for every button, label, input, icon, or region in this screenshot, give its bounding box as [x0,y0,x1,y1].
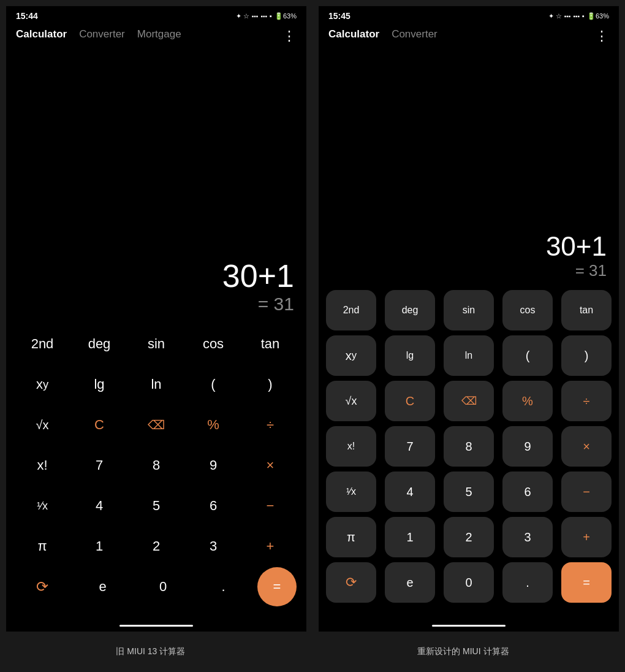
right-btn-8[interactable]: 8 [444,426,494,467]
right-btn-percent[interactable]: % [502,381,553,421]
right-btn-0[interactable]: 0 [444,562,494,603]
right-btn-rotate[interactable]: ⟳ [326,562,376,603]
right-btn-row-6: π 1 2 3 + [326,517,612,557]
btn-9[interactable]: 9 [187,446,240,485]
left-tab-calculator[interactable]: Calculator [16,28,67,40]
right-btn-factorial[interactable]: x! [326,426,376,467]
right-btn-e[interactable]: e [385,562,435,603]
right-display-area: 30+1 = 31 [319,45,619,290]
left-btn-row-3: √x C ⌫ % ÷ [16,405,297,445]
btn-backspace[interactable]: ⌫ [130,405,183,445]
left-tab-mortgage[interactable]: Mortgage [137,28,181,40]
right-btn-1[interactable]: 1 [385,517,435,557]
right-nav-bar: Calculator Converter ⋮ [319,23,619,45]
btn-reciprocal[interactable]: ¹⁄x [16,486,69,525]
right-status-icons: ✦ ☆ ▪▪▪ ▪▪▪ ▪ 🔋63% [548,12,609,20]
right-btn-4[interactable]: 4 [385,472,435,512]
btn-tan[interactable]: tan [244,324,297,364]
left-more-icon[interactable]: ⋮ [282,28,297,44]
right-btn-clear[interactable]: C [385,381,435,421]
left-btn-row-1: 2nd deg sin cos tan [16,324,297,364]
btn-equals[interactable]: = [257,567,297,606]
right-btn-tan[interactable]: tan [561,290,612,330]
btn-5[interactable]: 5 [130,486,183,525]
left-result-expression: = 31 [258,294,294,315]
btn-6[interactable]: 6 [187,486,240,525]
right-btn-reciprocal[interactable]: ¹⁄x [326,472,376,512]
right-btn-equals[interactable]: = [561,562,612,603]
right-btn-2[interactable]: 2 [444,517,494,557]
right-buttons-area: 2nd deg sin cos tan xy lg ln ( ) √x C ⌫ … [319,290,619,620]
left-caption: 旧 MIUI 13 计算器 [116,646,185,657]
btn-xy[interactable]: xy [16,365,69,404]
right-btn-deg[interactable]: deg [385,290,435,330]
btn-lg[interactable]: lg [73,365,126,404]
right-btn-backspace[interactable]: ⌫ [444,381,494,421]
right-btn-9[interactable]: 9 [502,426,553,467]
btn-cos[interactable]: cos [187,324,240,364]
btn-e[interactable]: e [77,567,129,606]
right-btn-row-7: ⟳ e 0 . = [326,562,612,603]
right-btn-divide[interactable]: ÷ [561,381,612,421]
right-btn-lg[interactable]: lg [385,335,435,376]
btn-3[interactable]: 3 [187,527,240,566]
left-time: 15:44 [16,11,38,21]
btn-0[interactable]: 0 [137,567,189,606]
btn-dot[interactable]: . [197,567,250,606]
left-btn-row-7: ⟳ e 0 . = [16,567,297,606]
btn-4[interactable]: 4 [73,486,126,525]
left-home-indicator [119,625,193,627]
left-display-area: 30+1 = 31 [6,45,306,324]
right-btn-7[interactable]: 7 [385,426,435,467]
right-btn-cos[interactable]: cos [502,290,553,330]
left-tab-converter[interactable]: Converter [79,28,125,40]
left-btn-row-4: x! 7 8 9 × [16,446,297,485]
right-tab-calculator[interactable]: Calculator [328,28,379,40]
btn-close-paren[interactable]: ) [244,365,297,404]
right-btn-ln[interactable]: ln [444,335,494,376]
right-btn-6[interactable]: 6 [502,472,553,512]
right-main-expression: 30+1 [546,232,607,261]
right-btn-row-2: xy lg ln ( ) [326,335,612,376]
btn-clear[interactable]: C [73,405,126,445]
btn-1[interactable]: 1 [73,527,126,566]
btn-8[interactable]: 8 [130,446,183,485]
btn-ln[interactable]: ln [130,365,183,404]
btn-open-paren[interactable]: ( [187,365,240,404]
btn-multiply[interactable]: × [244,446,297,485]
btn-deg[interactable]: deg [73,324,126,364]
right-time: 15:45 [328,11,350,21]
btn-7[interactable]: 7 [73,446,126,485]
left-phone: 15:44 ✦ ☆ ▪▪▪ ▪▪▪ ▪ 🔋63% Calculator Conv… [6,6,306,632]
btn-2nd[interactable]: 2nd [16,324,69,364]
btn-sin[interactable]: sin [130,324,183,364]
btn-sqrt[interactable]: √x [16,405,69,445]
right-btn-xy[interactable]: xy [326,335,376,376]
right-btn-minus[interactable]: − [561,472,612,512]
btn-plus[interactable]: + [244,527,297,566]
right-tab-converter[interactable]: Converter [392,28,438,40]
right-btn-pi[interactable]: π [326,517,376,557]
btn-divide[interactable]: ÷ [244,405,297,445]
right-btn-3[interactable]: 3 [502,517,553,557]
right-btn-close-paren[interactable]: ) [561,335,612,376]
right-result-expression: = 31 [575,261,607,280]
btn-percent[interactable]: % [187,405,240,445]
right-btn-open-paren[interactable]: ( [502,335,553,376]
right-caption: 重新设计的 MIUI 计算器 [417,646,509,657]
right-btn-5[interactable]: 5 [444,472,494,512]
right-more-icon[interactable]: ⋮ [595,28,609,44]
right-btn-2nd[interactable]: 2nd [326,290,376,330]
right-btn-sqrt[interactable]: √x [326,381,376,421]
right-btn-multiply[interactable]: × [561,426,612,467]
right-btn-plus[interactable]: + [561,517,612,557]
right-btn-dot[interactable]: . [502,562,553,603]
btn-rotate[interactable]: ⟳ [16,567,69,606]
btn-2[interactable]: 2 [130,527,183,566]
right-btn-sin[interactable]: sin [444,290,494,330]
btn-factorial[interactable]: x! [16,446,69,485]
btn-minus[interactable]: − [244,486,297,525]
btn-pi[interactable]: π [16,527,69,566]
left-btn-row-2: xy lg ln ( ) [16,365,297,404]
right-btn-row-1: 2nd deg sin cos tan [326,290,612,330]
